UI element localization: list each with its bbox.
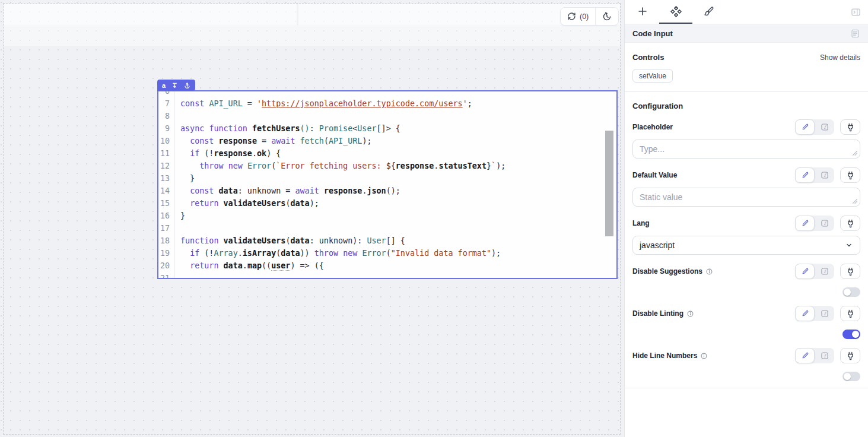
mode-segment: f (795, 306, 834, 321)
pencil-icon (801, 171, 809, 179)
textarea-placeholder: Static value (640, 192, 682, 202)
info-icon (705, 268, 713, 276)
bind-data-button[interactable] (840, 348, 860, 363)
code-text (175, 222, 180, 235)
show-details-link[interactable]: Show details (820, 53, 860, 62)
field-label: Disable Linting (632, 309, 683, 318)
code-line: 11 if (!response.ok) { (158, 147, 616, 160)
info-icon (686, 310, 694, 318)
arrow-down-from-bar-icon[interactable] (171, 82, 178, 89)
fx-mode-button[interactable]: f (815, 348, 834, 363)
canvas-toolbar: (0) (560, 7, 619, 26)
svg-text:f: f (824, 173, 826, 178)
field-textarea[interactable]: Static value (632, 188, 860, 207)
widget-chip[interactable]: a (157, 80, 195, 91)
history-icon (602, 12, 612, 21)
plug-icon (846, 171, 855, 180)
bind-data-button[interactable] (840, 167, 860, 183)
value-mode-controls: f (795, 119, 860, 135)
header-placeholder-left (4, 4, 297, 25)
tab-styles[interactable] (692, 0, 726, 24)
code-editor[interactable]: 67const API_URL = 'https://jsonplacehold… (158, 91, 616, 278)
pencil-icon (801, 352, 809, 360)
static-mode-button[interactable] (795, 216, 815, 231)
code-text: const API_URL = 'https://jsonplaceholder… (175, 97, 472, 110)
field-label: Placeholder (632, 123, 673, 131)
fx-mode-button[interactable]: f (815, 167, 834, 183)
code-line: 13 } (158, 172, 616, 185)
line-number: 7 (158, 97, 175, 110)
controls-title: Controls (632, 53, 664, 62)
svg-text:f: f (824, 353, 826, 359)
field-textarea[interactable]: Type... (632, 140, 860, 159)
static-mode-button[interactable] (795, 306, 815, 321)
code-line: 15 return validateUsers(data); (158, 197, 616, 210)
fx-mode-button[interactable]: f (815, 306, 834, 321)
fx-icon: f (821, 352, 829, 360)
tab-widget-inspector[interactable] (659, 0, 692, 24)
field-label: Hide Line Numbers (632, 352, 697, 360)
static-mode-button[interactable] (795, 119, 815, 135)
app-window: (0) a 67const A (0, 0, 868, 437)
refresh-icon (567, 12, 576, 21)
mode-segment: f (795, 167, 834, 183)
fx-mode-button[interactable]: f (815, 216, 834, 231)
code-text: return validateUsers(data); (175, 197, 319, 210)
line-number: 21 (158, 272, 175, 278)
resize-handle-icon[interactable] (852, 198, 858, 204)
fx-icon: f (821, 171, 829, 179)
config-field-hide-line-numbers: Hide Line Numbers f (632, 348, 860, 381)
mode-segment: f (795, 264, 834, 279)
line-number: 16 (158, 210, 175, 222)
code-input-widget[interactable]: a 67const API_URL = 'https://jsonplaceho… (157, 90, 618, 279)
anchor-icon[interactable] (184, 82, 190, 89)
refresh-queries-button[interactable]: (0) (561, 8, 595, 25)
fx-mode-button[interactable]: f (815, 264, 834, 279)
code-line: 6 (158, 91, 616, 97)
collapse-panel-icon[interactable] (851, 7, 861, 17)
hide-line-numbers-toggle[interactable] (842, 372, 860, 381)
info-icon (700, 352, 708, 360)
value-mode-controls: f (795, 306, 860, 321)
pencil-icon (801, 123, 809, 131)
history-button[interactable] (596, 8, 618, 25)
plug-icon (846, 267, 855, 276)
setvalue-action-button[interactable]: setValue (632, 69, 673, 83)
disable-suggestions-toggle[interactable] (842, 287, 860, 297)
code-line: 20 return data.map((user) => ({ (158, 259, 616, 272)
editor-canvas[interactable]: (0) a 67const A (0, 0, 624, 437)
tab-add-components[interactable] (626, 0, 659, 24)
config-field-lang: Lang f (632, 216, 860, 255)
line-number: 11 (158, 147, 175, 160)
code-line: 17 (158, 222, 616, 235)
controls-section-header: Controls Show details (632, 53, 860, 62)
bind-data-button[interactable] (840, 216, 860, 231)
line-number: 9 (158, 122, 175, 135)
disable-linting-toggle[interactable] (842, 330, 860, 339)
value-mode-controls: f (795, 216, 860, 231)
bind-data-button[interactable] (840, 306, 860, 321)
code-line: 12 throw new Error(`Error fetching users… (158, 160, 616, 172)
bind-data-button[interactable] (840, 119, 860, 135)
code-text: function validateUsers(data: unknown): U… (175, 235, 405, 247)
svg-text:f: f (824, 311, 826, 316)
fx-icon: f (821, 123, 829, 131)
plug-icon (846, 309, 855, 318)
static-mode-button[interactable] (795, 348, 815, 363)
field-select[interactable]: javascript (632, 236, 860, 255)
toggle-knob (844, 289, 851, 296)
line-number: 18 (158, 235, 175, 247)
line-number: 14 (158, 185, 175, 197)
component-docs-icon[interactable] (850, 28, 860, 39)
fx-mode-button[interactable]: f (815, 119, 834, 135)
code-line: 19 if (!Array.isArray(data)) throw new E… (158, 247, 616, 259)
resize-handle-icon[interactable] (852, 150, 858, 156)
bind-data-button[interactable] (840, 264, 860, 279)
static-mode-button[interactable] (795, 264, 815, 279)
editor-scrollbar-thumb[interactable] (605, 131, 613, 236)
code-text: const data: unknown = await response.jso… (175, 185, 400, 197)
line-number: 13 (158, 172, 175, 185)
code-line: 9async function fetchUsers(): Promise<Us… (158, 122, 616, 135)
plug-icon (846, 352, 855, 360)
static-mode-button[interactable] (795, 167, 815, 183)
